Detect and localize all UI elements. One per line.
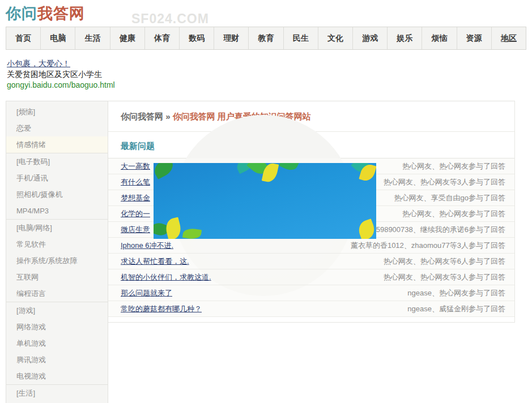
nav-item[interactable]: 数码 — [179, 27, 214, 49]
nav-item[interactable]: 电脑 — [40, 27, 75, 49]
logo-part-right: 我答网 — [37, 5, 85, 22]
nav-item[interactable]: 首页 — [6, 27, 40, 49]
sidebar-item[interactable]: 编程语言 — [6, 285, 108, 302]
question-link[interactable]: 那么问题就来了 — [121, 288, 172, 298]
sidebar-item[interactable]: 恋爱 — [6, 120, 108, 136]
nav-item[interactable]: 理财 — [214, 27, 248, 49]
sidebar-group-header: [烦恼] — [6, 104, 108, 120]
sidebar-group: [烦恼]恋爱情感情绪 — [6, 104, 108, 153]
nav-item[interactable]: 体育 — [144, 27, 179, 49]
logo-part-left: 你问 — [6, 5, 37, 22]
nav-item[interactable]: 健康 — [110, 27, 144, 49]
sidebar-group-header: [电子数码] — [6, 153, 108, 170]
breadcrumb-separator: » — [165, 112, 170, 121]
nav-item[interactable]: 生活 — [75, 27, 109, 49]
sidebar-item[interactable]: 情感情绪 — [6, 136, 108, 153]
ad-banner[interactable] — [154, 163, 376, 239]
breadcrumb-root[interactable]: 你问我答网 — [121, 112, 163, 121]
answerers-text: 薰衣草的香1012、zhaomou77等3人参与了回答 — [351, 241, 505, 251]
site-logo[interactable]: 你问我答网 — [6, 5, 85, 22]
question-link[interactable]: 化学的一 — [121, 209, 150, 219]
breadcrumb: 你问我答网 » 你问我答网 用户喜爱的知识问答网站 — [108, 101, 514, 132]
promo-block: 小包裹，大爱心！ 关爱贫困地区及灾区小学生 gongyi.baidu.com/b… — [7, 58, 115, 91]
sidebar-item[interactable]: 单机游戏 — [6, 335, 108, 351]
sidebar-group: [电脑/网络]常见软件操作系统/系统故障互联网编程语言 — [6, 219, 108, 302]
answerers-text: 热心网友、热心网友等6人参与了回答 — [384, 256, 505, 267]
question-link[interactable]: Iphone 6冲不进. — [121, 241, 173, 251]
leaf-icon — [279, 163, 299, 173]
sidebar-group: [生活] — [6, 384, 108, 401]
answerers-text: 热心网友、热心网友参与了回答 — [402, 161, 505, 172]
watermark-text: SF024.COM — [131, 11, 209, 27]
sidebar-item[interactable]: 操作系统/系统故障 — [6, 252, 108, 269]
category-sidebar: [烦恼]恋爱情感情绪[电子数码]手机/通讯照相机/摄像机MP4/MP3[电脑/网… — [6, 101, 108, 403]
nav-item[interactable]: 烦恼 — [422, 27, 456, 49]
page: 你问我答网 SF024.COM 首页电脑生活健康体育数码理财教育民生文化游戏娱乐… — [0, 0, 532, 403]
question-row: 机智的小伙伴们，求教这道.热心网友、热心网友等3人参与了回答 — [108, 269, 514, 285]
answerers-text: 热心网友、热心网友参与了回答 — [402, 209, 505, 219]
nav-item[interactable]: 民生 — [283, 27, 318, 49]
sidebar-item[interactable]: 常见软件 — [6, 236, 108, 252]
sidebar-item[interactable]: 腾讯游戏 — [6, 351, 108, 368]
question-link[interactable]: 机智的小伙伴们，求教这道. — [121, 272, 211, 282]
promo-url[interactable]: gongyi.baidu.com/baoguo.html — [7, 80, 115, 91]
leaf-icon — [182, 228, 202, 239]
leaf-icon — [154, 163, 176, 179]
nav-bar: 首页电脑生活健康体育数码理财教育民生文化游戏娱乐烦恼资源地区 — [6, 27, 526, 50]
question-link[interactable]: 有什么笔 — [121, 177, 150, 187]
promo-subtitle: 关爱贫困地区及灾区小学生 — [7, 69, 115, 80]
sidebar-item[interactable]: MP4/MP3 — [6, 203, 108, 219]
question-row: 常吃的蘑菇都有哪几种？ngease、威猛金刚参与了回答 — [108, 301, 514, 317]
leaf-icon — [164, 217, 183, 239]
sidebar-item[interactable]: 手机/通讯 — [6, 170, 108, 186]
question-link[interactable]: 微店生意 — [121, 225, 150, 235]
answerers-text: ngease、热心网友参与了回答 — [407, 288, 505, 298]
sidebar-item[interactable]: 互联网 — [6, 269, 108, 285]
question-row: 求达人帮忙看看，这.热心网友、热心网友等6人参与了回答 — [108, 254, 514, 269]
sidebar-group: [游戏]网络游戏单机游戏腾讯游戏电视游戏 — [6, 302, 108, 384]
nav-item[interactable]: 教育 — [248, 27, 283, 49]
answerers-text: 热心网友、享受自由go参与了回答 — [394, 193, 505, 203]
nav-item[interactable]: 资源 — [457, 27, 491, 49]
question-row: Iphone 6冲不进.薰衣草的香1012、zhaomou77等3人参与了回答 — [108, 238, 514, 254]
answerers-text: 热心网友、热心网友等3人参与了回答 — [384, 272, 505, 282]
nav-item[interactable]: 游戏 — [352, 27, 387, 49]
question-link[interactable]: 梦想基金 — [121, 193, 150, 203]
nav-item[interactable]: 地区 — [491, 27, 526, 49]
sidebar-item[interactable]: 电视游戏 — [6, 368, 108, 384]
sidebar-group-header: [电脑/网络] — [6, 220, 108, 236]
answerers-text: 热心网友、热心网友等3人参与了回答 — [384, 177, 505, 187]
answerers-text: ngease、威猛金刚参与了回答 — [407, 304, 505, 314]
question-link[interactable]: 求达人帮忙看看，这. — [121, 256, 189, 267]
question-link[interactable]: 大一高数 — [121, 161, 150, 172]
leaf-icon — [356, 218, 376, 239]
site-header: 你问我答网 SF024.COM — [6, 3, 85, 25]
question-row: 那么问题就来了ngease、热心网友参与了回答 — [108, 285, 514, 301]
promo-link[interactable]: 小包裹，大爱心！ — [7, 58, 115, 69]
nav-item[interactable]: 文化 — [318, 27, 352, 49]
sidebar-group-header: [游戏] — [6, 302, 108, 319]
question-link[interactable]: 常吃的蘑菇都有哪几种？ — [121, 304, 202, 314]
sidebar-group: [电子数码]手机/通讯照相机/摄像机MP4/MP3 — [6, 153, 108, 219]
sidebar-group-header: [生活] — [6, 385, 108, 401]
answerers-text: a598900738、继续我的承诺6参与了回答 — [372, 225, 505, 235]
sidebar-item[interactable]: 网络游戏 — [6, 319, 108, 335]
nav-item[interactable]: 娱乐 — [387, 27, 422, 49]
sidebar-item[interactable]: 照相机/摄像机 — [6, 186, 108, 203]
